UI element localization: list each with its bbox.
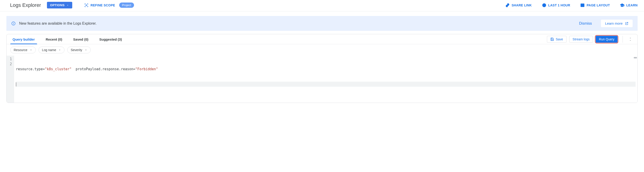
resource-filter-label: Resource [14,48,27,52]
new-features-notice: New features are available in the Logs E… [6,16,638,31]
code-token: type [34,67,42,71]
code-token: . [119,67,121,71]
dismiss-button[interactable]: Dismiss [579,22,592,26]
time-range-button[interactable]: LAST 1 HOUR [540,2,572,9]
learn-more-button[interactable]: Learn more [601,20,632,27]
line-number: 1 [10,57,12,62]
refine-scope-button[interactable]: REFINE SCOPE [82,2,117,9]
code-token: response [102,67,119,71]
chevron-down-icon [84,49,87,51]
page-layout-label: PAGE LAYOUT [586,4,610,7]
info-icon [12,22,16,26]
learn-button[interactable]: LEARN [618,2,640,9]
share-link-button[interactable]: SHARE LINK [504,2,534,9]
scope-chip[interactable]: Project [119,3,134,8]
header-bar: Logs Explorer OPTIONS REFINE SCOPE Proje… [0,0,644,12]
tab-suggested[interactable]: Suggested (3) [97,34,124,44]
minimap-scroll-indicator[interactable] [634,57,637,58]
clock-icon [542,3,546,8]
editor-code-area[interactable]: resource.type="k8s_cluster" protoPayload… [14,56,638,103]
code-token: reason [121,67,133,71]
filter-chips-row: Resource Log name Severity [6,44,638,56]
severity-filter-chip[interactable]: Severity [67,47,91,53]
code-token: = [133,67,135,71]
tab-actions: Save Stream logs Run Query [547,35,634,44]
code-token: protoPayload [76,67,100,71]
refine-scope-group: REFINE SCOPE Project [82,2,134,9]
line-number: 2 [10,62,12,67]
run-query-button[interactable]: Run Query [596,36,618,43]
logname-filter-chip[interactable]: Log name [38,47,64,53]
logname-filter-label: Log name [42,48,56,52]
code-token: "Forbidden" [135,67,158,71]
chevron-down-icon [58,49,61,51]
chevron-down-icon [30,49,32,51]
tab-recent[interactable]: Recent (0) [44,34,65,44]
caret-down-icon [66,4,69,7]
refine-scope-label: REFINE SCOPE [90,4,115,7]
svg-point-5 [13,22,14,23]
text-cursor [16,82,16,86]
code-line[interactable] [16,82,636,87]
divider [622,36,623,43]
share-link-label: SHARE LINK [512,4,532,7]
external-link-icon [625,22,628,25]
stream-logs-label: Stream logs [573,37,590,41]
options-button[interactable]: OPTIONS [47,2,72,9]
save-button[interactable]: Save [547,36,566,43]
save-icon [550,37,554,41]
resource-filter-chip[interactable]: Resource [10,47,36,53]
collapse-toggle[interactable] [627,37,634,42]
code-token [72,67,76,71]
layout-icon [580,3,585,8]
header-right: SHARE LINK LAST 1 HOUR PAGE LAYOUT LEARN [504,2,640,9]
time-range-label: LAST 1 HOUR [548,4,570,7]
svg-rect-2 [581,4,584,7]
chevron-down-icon [628,37,632,39]
code-line[interactable]: resource.type="k8s_cluster" protoPayload… [16,67,636,72]
graduation-cap-icon [620,3,624,8]
scope-icon [84,3,89,8]
learn-more-label: Learn more [605,22,622,25]
run-query-label: Run Query [599,37,614,41]
code-token: "k8s_cluster" [45,67,71,71]
tabs-row: Query builder Recent (0) Saved (0) Sugge… [6,34,638,44]
chevron-up-icon [628,39,632,42]
save-label: Save [556,37,563,41]
query-panel: Query builder Recent (0) Saved (0) Sugge… [6,34,638,103]
page-title: Logs Explorer [10,2,41,8]
page-layout-button[interactable]: PAGE LAYOUT [578,2,612,9]
tab-saved[interactable]: Saved (0) [71,34,91,44]
code-token: resource [16,67,32,71]
options-label: OPTIONS [50,4,65,7]
link-icon [505,3,510,8]
stream-logs-button[interactable]: Stream logs [569,36,593,43]
svg-point-0 [86,5,87,6]
editor-gutter: 1 2 [6,56,14,103]
learn-label: LEARN [626,4,638,7]
severity-filter-label: Severity [71,48,82,52]
query-editor[interactable]: 1 2 resource.type="k8s_cluster" protoPay… [6,56,638,103]
code-token: . [32,67,34,71]
tab-query-builder[interactable]: Query builder [10,34,37,44]
notice-text: New features are available in the Logs E… [19,22,576,26]
code-token: . [100,67,102,71]
